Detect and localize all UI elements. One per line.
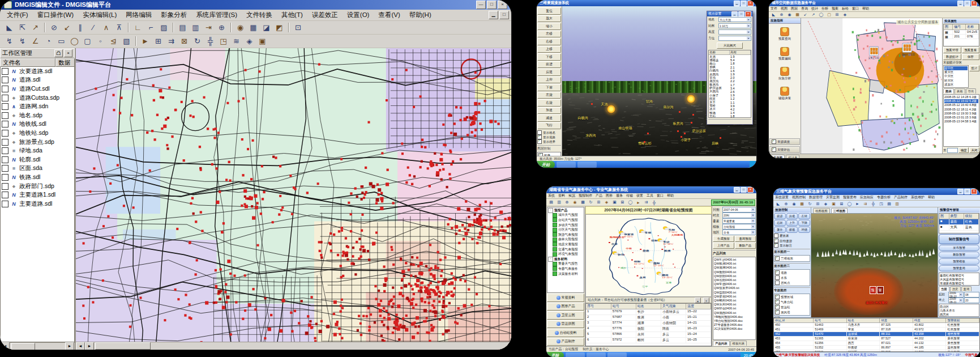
list-item[interactable]: QW张家界0406.txt [714, 286, 755, 290]
taskbar-app[interactable] [557, 162, 576, 167]
layer-row[interactable]: N次要道路.sdl [1, 67, 74, 76]
toolbar-icon[interactable]: ▭ [55, 35, 68, 48]
minimize-button[interactable]: ▁ [957, 189, 964, 194]
tree-item[interactable]: 旅游气象预报 [548, 232, 583, 237]
toolbar-icon[interactable]: ▢ [825, 11, 833, 18]
toolbar-icon[interactable]: ⊴ [107, 35, 120, 48]
toolbar-icon[interactable]: ↻ [587, 199, 594, 206]
map-canvas[interactable]: ◄ ► [76, 48, 511, 350]
toolbar-icon[interactable]: ╬ [204, 35, 217, 48]
layer-check[interactable]: 道路 [775, 270, 809, 275]
tree-item[interactable]: 分区天气预报 [548, 227, 583, 232]
field-input[interactable]: 1:10万▾ [718, 23, 751, 28]
dialog-titlebar[interactable]: 视点设置 ▁ □ × [707, 11, 752, 16]
menu-item[interactable]: 灾害监测 [824, 195, 841, 200]
nav-button-放大[interactable]: 放大 [537, 15, 561, 23]
province-weather-map[interactable]: 张家界8~15℃常德岳阳7~14℃吉首益阳长沙11~18℃怀化娄底邵阳10~17… [585, 214, 712, 297]
toolbar-icon[interactable]: ⊞ [833, 11, 841, 18]
close-button[interactable]: × [498, 1, 507, 9]
tree-root[interactable]: -预报产品 [548, 208, 583, 213]
layer-row[interactable]: N轮廓.sdl [1, 155, 74, 164]
menu-item[interactable]: 影象分析 [156, 10, 191, 20]
button-预案查看[interactable]: 预案查看 [962, 47, 980, 53]
expand-icon[interactable]: - [548, 257, 553, 262]
checkbox[interactable] [775, 295, 780, 299]
tab-产品列表[interactable]: 产品列表 [713, 341, 730, 346]
scroll-right-icon[interactable]: ► [85, 342, 94, 350]
chevron-down-icon[interactable]: ▾ [751, 231, 755, 234]
menu-item[interactable]: 分析 [820, 6, 830, 11]
maximize-button[interactable]: □ [741, 187, 747, 193]
button-下降[interactable]: 下降 [798, 220, 810, 226]
field-input[interactable]: ▾ [718, 29, 751, 35]
layer-row[interactable]: ◆道路Cutsta.sdp [1, 94, 74, 103]
tree-item[interactable]: 重要天气报告 [548, 262, 583, 267]
menu-item[interactable]: 网络编辑 [121, 10, 156, 20]
checkbox[interactable] [775, 300, 780, 304]
toolbar-icon[interactable]: ◪ [260, 22, 273, 34]
terrain-3d-view[interactable]: 视点: 东经87.60° 北纬43.45°高度: 12500m 俯仰: -15°… [811, 214, 938, 317]
toolbar-icon[interactable]: ⊞ [152, 35, 165, 48]
layer-checkbox[interactable] [2, 165, 8, 172]
menu-item[interactable]: 系统维护 [909, 195, 926, 200]
layer-row[interactable]: N主要道路1.sdl [1, 190, 74, 199]
toolbar-icon[interactable]: ▤ [885, 201, 893, 207]
layer-check[interactable]: 影像 [538, 153, 560, 156]
tree-item[interactable]: 地质灾害预报 [548, 242, 583, 247]
toolbar-icon[interactable]: ◯ [627, 199, 634, 206]
toolbar-icon[interactable]: ⊕ [778, 11, 785, 18]
menu-item[interactable]: 查看(V) [374, 10, 404, 20]
layer-checkbox[interactable] [2, 139, 8, 146]
button-删除预警[interactable]: 删除预警 [939, 252, 979, 258]
list-item[interactable]: 中灾区 [944, 74, 968, 78]
layer-check[interactable]: 水系 [775, 275, 809, 280]
layer-row[interactable]: ■绿地.sda [1, 146, 74, 155]
toolbar-icon[interactable]: ∧ [100, 22, 113, 34]
minimize-button[interactable]: ▁ [957, 1, 964, 6]
layer-checkbox[interactable] [2, 95, 8, 101]
chevron-down-icon[interactable]: ▾ [751, 214, 755, 217]
toolbar-icon[interactable]: ⊕ [215, 22, 228, 34]
list-item[interactable]: 大风蓝色预警信号 [940, 278, 978, 282]
warning-list[interactable]: 暴雨红色预警信号大风蓝色预警信号寒潮黄色预警信号沙尘暴橙色预警高温红色预警信号雷… [939, 273, 979, 286]
nav-button-下俯[interactable]: 下俯 [537, 84, 561, 91]
placename-row[interactable]: 云杉1.8 [709, 114, 751, 118]
checkbox[interactable] [775, 275, 780, 280]
toolbar-icon[interactable]: ⊡ [292, 22, 305, 34]
toolbar-icon[interactable]: ◈ [822, 201, 829, 207]
toolbar-icon[interactable]: ◯ [846, 201, 853, 207]
station-warning-table[interactable]: dzyj_id站号站名经度纬度预警级别45051463乌鲁木齐87.32543.… [773, 318, 980, 352]
scroll-left-icon[interactable]: ◄ [1, 342, 10, 350]
toolbar-icon[interactable]: ⊠ [178, 35, 191, 48]
table-row[interactable]: 45651346玛纳斯86.21544.302蓝色预警 [774, 350, 979, 352]
layer-row[interactable]: ◆地铁站.sdp [1, 129, 74, 138]
table-row[interactable]: 557866永州多云15~24 [586, 332, 711, 338]
layer-check[interactable]: 气象台站 [775, 300, 809, 304]
toolbar-icon[interactable]: ◯ [68, 35, 81, 48]
tab-当前[interactable]: 当前 [939, 286, 949, 291]
toolbar-icon[interactable]: ◉ [790, 201, 798, 207]
toolbar-icon[interactable]: ▢ [81, 35, 94, 48]
nav-button-上仰[interactable]: 上仰 [537, 76, 561, 84]
tab-三维视图[interactable]: 三维视图 [831, 208, 848, 213]
button-上传产品[interactable]: 上传产品 [713, 243, 734, 249]
layer-checkbox[interactable] [2, 147, 8, 154]
toolbar-icon[interactable]: ◈ [243, 35, 256, 48]
table-row[interactable]: ▦50204:2x5 [944, 30, 979, 35]
list-item[interactable]: QW长沙0406.txt [714, 258, 755, 262]
checkbox[interactable] [775, 256, 780, 261]
chevron-down-icon[interactable]: ▾ [747, 18, 750, 22]
toolbar-icon[interactable]: ⊘ [48, 22, 61, 34]
chevron-down-icon[interactable]: ▾ [747, 24, 750, 28]
toolbar-icon[interactable]: ╬ [870, 201, 877, 207]
list-item[interactable]: 重灾区 [944, 70, 968, 74]
layer-checkbox[interactable] [2, 192, 8, 198]
table-row[interactable]: ■暴雨红色 [939, 219, 979, 225]
toolbar-icon[interactable]: ⇉ [862, 201, 869, 207]
button-环绕[interactable]: 环绕 [798, 227, 810, 233]
layer-row[interactable]: N主要道路.sdl [1, 199, 74, 209]
toolbar-icon[interactable]: ▤ [176, 22, 189, 34]
list-item[interactable]: QW株洲0406.txt [714, 262, 755, 266]
menu-item[interactable]: 帮助 [665, 193, 675, 198]
resource-button-自动站资料[interactable]: 自动站资料 [547, 329, 584, 337]
